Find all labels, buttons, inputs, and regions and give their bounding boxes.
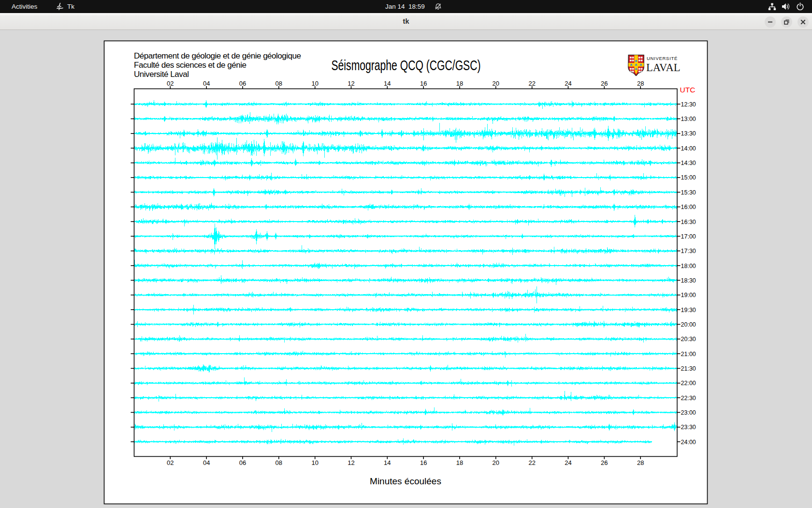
svg-text:16:00: 16:00: [681, 204, 696, 210]
svg-text:18:00: 18:00: [681, 263, 696, 269]
svg-text:16:30: 16:30: [681, 219, 696, 225]
svg-text:12:30: 12:30: [681, 101, 696, 108]
svg-text:14: 14: [384, 459, 391, 466]
svg-text:14:00: 14:00: [681, 145, 696, 152]
svg-text:22:00: 22:00: [681, 380, 696, 387]
svg-text:26: 26: [601, 459, 608, 466]
svg-text:08: 08: [276, 459, 282, 466]
svg-text:Faculté des sciences et de gén: Faculté des sciences et de génie: [134, 60, 246, 70]
svg-text:22: 22: [528, 459, 535, 466]
svg-text:22:30: 22:30: [681, 395, 696, 402]
svg-text:13:30: 13:30: [681, 130, 696, 137]
svg-text:23:30: 23:30: [681, 424, 696, 431]
svg-text:Université Laval: Université Laval: [134, 70, 189, 79]
svg-text:UNIVERSITÉ: UNIVERSITÉ: [647, 56, 678, 61]
svg-text:17:00: 17:00: [681, 233, 696, 240]
svg-text:26: 26: [601, 80, 608, 87]
svg-text:16: 16: [420, 80, 427, 87]
svg-text:Département de géologie et de: Département de géologie et de génie géol…: [134, 51, 301, 60]
svg-text:LAVAL: LAVAL: [646, 61, 680, 74]
svg-text:28: 28: [637, 459, 644, 466]
svg-text:14: 14: [384, 80, 391, 87]
svg-text:18: 18: [456, 459, 463, 466]
svg-text:17:30: 17:30: [681, 248, 696, 254]
svg-text:06: 06: [239, 80, 246, 87]
svg-text:24:00: 24:00: [681, 439, 696, 446]
svg-text:04: 04: [203, 80, 210, 87]
svg-text:02: 02: [167, 459, 174, 466]
svg-text:15:00: 15:00: [681, 174, 696, 181]
svg-text:23:00: 23:00: [681, 409, 696, 416]
svg-text:21:30: 21:30: [681, 365, 696, 372]
svg-text:12: 12: [348, 80, 354, 87]
svg-text:20: 20: [493, 80, 499, 87]
svg-text:15:30: 15:30: [681, 189, 696, 196]
svg-text:20: 20: [493, 459, 499, 466]
svg-text:22: 22: [528, 80, 535, 87]
svg-text:04: 04: [203, 459, 210, 466]
svg-text:24: 24: [565, 459, 571, 466]
svg-text:14:30: 14:30: [681, 160, 696, 166]
svg-text:13:00: 13:00: [681, 116, 696, 122]
svg-text:UTC: UTC: [680, 86, 696, 94]
svg-text:24: 24: [565, 80, 571, 87]
svg-text:02: 02: [167, 80, 174, 87]
svg-text:18:30: 18:30: [681, 277, 696, 284]
svg-text:Minutes écoulées: Minutes écoulées: [370, 476, 441, 486]
svg-text:08: 08: [276, 80, 282, 87]
svg-text:16: 16: [420, 459, 427, 466]
svg-text:21:00: 21:00: [681, 351, 696, 358]
svg-text:19:30: 19:30: [681, 307, 696, 314]
svg-text:Séismographe QCQ (CGC/GSC): Séismographe QCQ (CGC/GSC): [332, 58, 481, 73]
svg-text:28: 28: [637, 80, 644, 87]
svg-text:10: 10: [311, 80, 318, 87]
svg-text:19:00: 19:00: [681, 292, 696, 299]
svg-text:20:30: 20:30: [681, 336, 696, 343]
svg-text:10: 10: [311, 459, 318, 466]
svg-text:12: 12: [348, 459, 354, 466]
svg-text:06: 06: [239, 459, 246, 466]
svg-text:18: 18: [456, 80, 463, 87]
svg-text:20:00: 20:00: [681, 321, 696, 328]
